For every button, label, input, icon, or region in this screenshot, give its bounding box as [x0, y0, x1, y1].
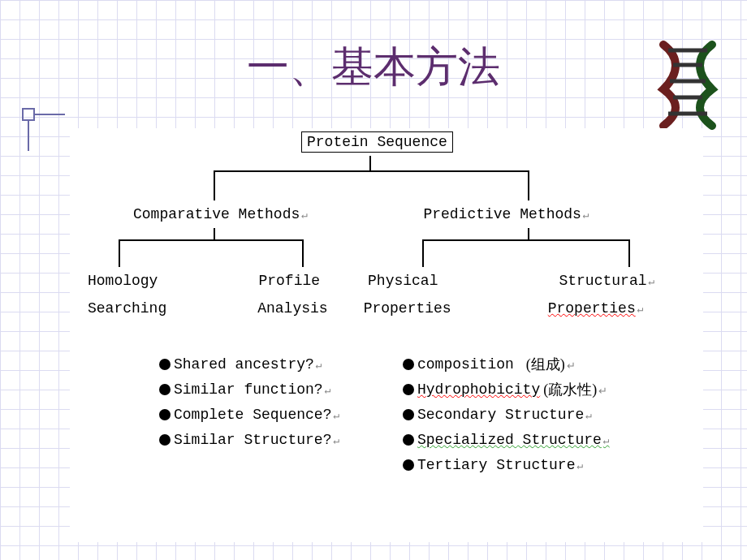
bullet-note: (疏水性): [542, 380, 609, 399]
bullet-icon: [159, 434, 171, 446]
leaf-sproperties: Properties: [548, 300, 636, 317]
svg-rect-0: [23, 109, 34, 120]
bullets-right: composition (组成) Hydrophobicity(疏水性) Sec…: [403, 351, 703, 477]
bullet-item: Hydrophobicity: [416, 381, 542, 398]
bullet-item: Specialized Structure: [416, 432, 611, 448]
leaf-analysis: Analysis: [256, 300, 329, 317]
branch-comparative: Comparative Methods: [132, 206, 309, 222]
bullet-icon: [403, 459, 414, 471]
bullet-item: Similar function?: [172, 381, 332, 398]
corner-ornament: [19, 106, 68, 154]
bullet-note: (组成): [525, 355, 577, 374]
diagram-area: Protein Sequence Comparative Methods Pre…: [70, 128, 703, 542]
leaf-profile: Profile: [257, 273, 322, 289]
bullet-item: Complete Sequence?: [172, 407, 341, 423]
bullet-icon: [403, 384, 414, 395]
root-node: Protein Sequence: [301, 131, 453, 153]
bullets-left: Shared ancestry? Similar function? Compl…: [159, 351, 403, 477]
bullet-item: Tertiary Structure: [416, 457, 585, 473]
leaf-pproperties: Properties: [362, 300, 453, 317]
bullet-icon: [403, 409, 414, 420]
bullet-icon: [159, 409, 171, 420]
bullet-icon: [159, 384, 171, 395]
bullet-item: Similar Structure?: [172, 432, 341, 448]
leaf-searching: Searching: [86, 300, 168, 317]
bullet-icon: [403, 359, 414, 370]
leaf-homology: Homology: [86, 273, 159, 289]
bullet-icon: [403, 434, 414, 446]
leaf-physical: Physical: [366, 273, 439, 289]
slide-title: 一、基本方法: [0, 39, 747, 96]
bullet-item: composition: [416, 356, 516, 373]
bullet-icon: [159, 359, 171, 370]
leaf-structural: Structural: [557, 273, 656, 289]
branch-predictive: Predictive Methods: [421, 206, 590, 222]
bullet-item: Shared ancestry?: [172, 356, 324, 373]
bullet-item: Secondary Structure: [416, 407, 594, 423]
